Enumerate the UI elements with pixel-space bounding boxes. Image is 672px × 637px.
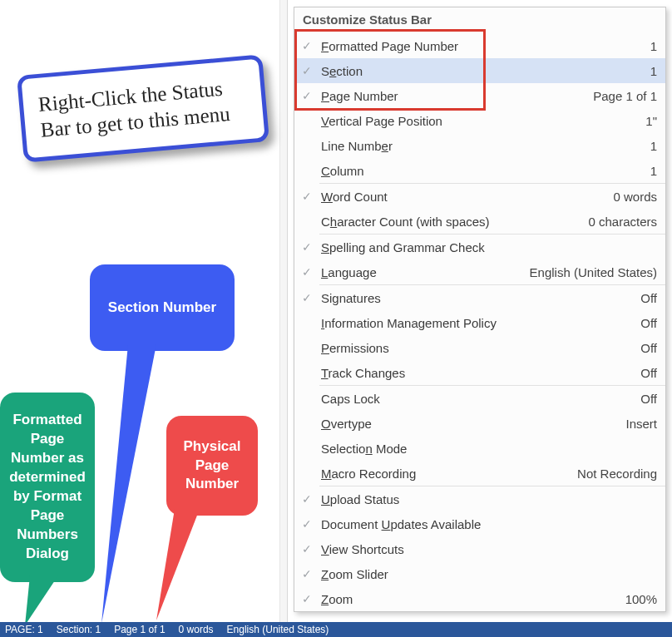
callout-text: Formatted Page Number as determined by F… bbox=[9, 411, 86, 564]
check-icon: ✓ bbox=[294, 190, 319, 203]
menu-item[interactable]: ✓Upload Status bbox=[294, 486, 665, 511]
menu-item-value: 1 bbox=[642, 164, 657, 178]
menu-item-label: Caps Lock bbox=[319, 392, 632, 406]
menu-item-label: Column bbox=[319, 164, 642, 178]
menu-item[interactable]: ✓Zoom Slider bbox=[294, 561, 665, 586]
menu-item-value: 0 characters bbox=[580, 215, 657, 229]
menu-item-value: 0 words bbox=[605, 190, 657, 204]
menu-item-label: Upload Status bbox=[319, 492, 649, 506]
statusbar-pageof[interactable]: Page 1 of 1 bbox=[114, 624, 165, 635]
callout-bubble: Physical Page Number bbox=[166, 416, 258, 516]
menu-item[interactable]: ✓Page NumberPage 1 of 1 bbox=[294, 83, 665, 108]
menu-item-value: Insert bbox=[617, 417, 657, 431]
menu-item-label: Vertical Page Position bbox=[319, 114, 637, 128]
menu-item-value: 1" bbox=[637, 114, 657, 128]
menu-item[interactable]: PermissionsOff bbox=[294, 335, 665, 360]
menu-item-label: Page Number bbox=[319, 89, 585, 103]
menu-item[interactable]: ✓Spelling and Grammar Check bbox=[294, 235, 665, 259]
menu-item[interactable]: Line Number1 bbox=[294, 133, 665, 158]
check-icon: ✓ bbox=[294, 240, 319, 254]
menu-item[interactable]: ✓Document Updates Available bbox=[294, 511, 665, 536]
menu-item-value: 1 bbox=[642, 39, 657, 53]
menu-item[interactable]: Column1 bbox=[294, 158, 665, 183]
svg-marker-2 bbox=[156, 509, 200, 620]
menu-title: Customize Status Bar bbox=[294, 7, 665, 33]
menu-item-label: Line Number bbox=[319, 139, 642, 153]
menu-item[interactable]: ✓Word Count0 words bbox=[294, 184, 665, 209]
statusbar-section[interactable]: Section: 1 bbox=[57, 624, 101, 635]
statusbar-page[interactable]: PAGE: 1 bbox=[5, 624, 43, 635]
menu-item[interactable]: Caps LockOff bbox=[294, 386, 665, 411]
check-icon: ✓ bbox=[294, 89, 319, 102]
menu-item-label: Signatures bbox=[319, 291, 632, 305]
vertical-ruler bbox=[279, 0, 288, 622]
statusbar-words[interactable]: 0 words bbox=[179, 624, 214, 635]
menu-item[interactable]: Macro RecordingNot Recording bbox=[294, 461, 665, 486]
menu-item-label: Section bbox=[319, 64, 642, 78]
menu-item-label: Document Updates Available bbox=[319, 517, 649, 531]
menu-item-label: Permissions bbox=[319, 341, 632, 355]
menu-item-label: Formatted Page Number bbox=[319, 39, 642, 53]
menu-item[interactable]: Selection Mode bbox=[294, 436, 665, 461]
check-icon: ✓ bbox=[294, 492, 319, 506]
menu-item[interactable]: ✓LanguageEnglish (United States) bbox=[294, 259, 665, 284]
menu-item-label: View Shortcuts bbox=[319, 542, 649, 556]
callout-formatted-page-number: Formatted Page Number as determined by F… bbox=[0, 393, 95, 582]
menu-item[interactable]: Information Management PolicyOff bbox=[294, 310, 665, 335]
menu-item-value: 1 bbox=[642, 64, 657, 78]
instruction-text: Right-Click the Status Bar to get to thi… bbox=[37, 77, 231, 141]
menu-item-label: Character Count (with spaces) bbox=[319, 215, 580, 229]
menu-item[interactable]: ✓SignaturesOff bbox=[294, 285, 665, 310]
menu-item-value: Off bbox=[632, 316, 657, 330]
callout-bubble: Section Number bbox=[90, 264, 235, 351]
customize-status-bar-menu[interactable]: Customize Status Bar ✓Formatted Page Num… bbox=[294, 7, 666, 612]
menu-item-value: Page 1 of 1 bbox=[585, 89, 657, 103]
menu-item-label: Zoom Slider bbox=[319, 567, 649, 581]
menu-item-value: 1 bbox=[642, 139, 657, 153]
menu-item[interactable]: ✓Formatted Page Number1 bbox=[294, 33, 665, 58]
menu-item-label: Zoom bbox=[319, 592, 617, 606]
menu-item[interactable]: Vertical Page Position1" bbox=[294, 108, 665, 133]
check-icon: ✓ bbox=[294, 265, 319, 279]
svg-marker-0 bbox=[101, 344, 156, 624]
menu-item[interactable]: Character Count (with spaces)0 character… bbox=[294, 209, 665, 234]
menu-item[interactable]: ✓View Shortcuts bbox=[294, 536, 665, 561]
status-bar[interactable]: PAGE: 1 Section: 1 Page 1 of 1 0 words E… bbox=[0, 622, 672, 637]
menu-item-label: Overtype bbox=[319, 417, 617, 431]
statusbar-lang[interactable]: English (United States) bbox=[227, 624, 329, 635]
callout-physical-page-number: Physical Page Number bbox=[166, 416, 258, 516]
check-icon: ✓ bbox=[294, 39, 319, 52]
menu-item-label: Word Count bbox=[319, 190, 605, 204]
menu-item-label: Track Changes bbox=[319, 366, 632, 380]
menu-item-label: Macro Recording bbox=[319, 467, 569, 481]
callout-section-number: Section Number bbox=[90, 264, 235, 351]
callout-text: Physical Page Number bbox=[180, 437, 245, 495]
menu-item-label: Spelling and Grammar Check bbox=[319, 240, 649, 254]
instruction-callout: Right-Click the Status Bar to get to thi… bbox=[17, 54, 269, 162]
menu-item-value: Not Recording bbox=[569, 467, 657, 481]
check-icon: ✓ bbox=[294, 517, 319, 531]
menu-item[interactable]: Track ChangesOff bbox=[294, 360, 665, 385]
check-icon: ✓ bbox=[294, 567, 319, 580]
menu-item-value: Off bbox=[632, 341, 657, 355]
menu-item[interactable]: ✓Section1 bbox=[294, 58, 665, 83]
menu-item-value: Off bbox=[632, 392, 657, 406]
menu-item-value: English (United States) bbox=[521, 265, 657, 279]
check-icon: ✓ bbox=[294, 542, 319, 556]
menu-item-label: Information Management Policy bbox=[319, 316, 632, 330]
menu-item[interactable]: ✓Zoom100% bbox=[294, 586, 665, 611]
menu-item-label: Selection Mode bbox=[319, 442, 649, 456]
check-icon: ✓ bbox=[294, 592, 319, 605]
menu-item-label: Language bbox=[319, 265, 521, 279]
check-icon: ✓ bbox=[294, 64, 319, 77]
svg-marker-1 bbox=[25, 575, 58, 625]
check-icon: ✓ bbox=[294, 291, 319, 304]
callout-bubble: Formatted Page Number as determined by F… bbox=[0, 393, 95, 582]
menu-item[interactable]: OvertypeInsert bbox=[294, 411, 665, 436]
menu-item-value: Off bbox=[632, 291, 657, 305]
menu-item-value: Off bbox=[632, 366, 657, 380]
callout-text: Section Number bbox=[108, 299, 216, 318]
menu-item-value: 100% bbox=[617, 592, 657, 606]
